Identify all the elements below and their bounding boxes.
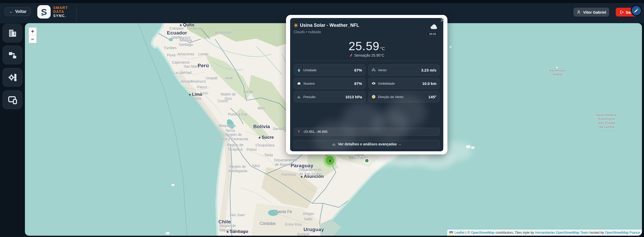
back-label: Voltar [15,9,26,14]
leaflet-link[interactable]: Leaflet [455,231,465,234]
sidebar-item-flow[interactable] [3,46,22,64]
stat-value: 3.23 m/s [421,68,436,72]
popup-close-button[interactable]: × [440,15,444,26]
time-badge: 09:09 [427,32,438,36]
weather-station-icon [8,73,17,82]
attribution-text-2: hosted by [590,231,604,234]
weather-stat: Visibilidade10.0 km [368,78,440,89]
stat-value: 87% [354,81,362,86]
ukraine-flag-icon [449,231,453,234]
popup-divider [294,60,440,61]
stat-label: Visibilidade [378,82,395,85]
compass-icon [372,95,376,99]
sun-icon [294,23,298,28]
osm-link[interactable]: OpenStreetMap [471,231,495,234]
stat-label: Nuvens [303,82,315,85]
app-logo: S SMART DATA SYNC. [37,5,68,19]
stat-label: Direção do Vento [378,95,404,99]
temperature-value: 25.59 [348,39,379,53]
cloud-icon [297,81,301,85]
temperature-unit: °C [380,47,385,51]
devices-icon [8,95,17,104]
sidebar-item-devices[interactable] [3,90,22,109]
weather-card: Usina Solar - Weather_NFL Clouds • nubla… [290,18,443,151]
droplet-icon [297,68,301,72]
stat-value: 145° [428,95,436,99]
stat-value: 1013 hPa [345,95,362,99]
wind-icon [372,68,376,72]
logout-icon [620,10,624,14]
attribution-text: contributors, Tiles style by [495,231,534,234]
details-label: Ver detalhes e análises avançadas → [338,142,401,146]
pencil-icon [634,8,639,13]
zoom-in-button[interactable]: + [29,28,36,35]
user-name: Vitor Gabriel [583,10,606,14]
logo-line-1: SMART [53,6,68,10]
logo-line-3: SYNC. [53,14,68,18]
feels-like-text: Sensação 25.95°C [354,53,384,57]
arrow-left-icon: ← [9,9,13,14]
weather-stat: Umidade67% [294,64,365,76]
sidebar-item-weather-station[interactable] [3,68,22,87]
logo-text: SMART DATA SYNC. [53,6,68,17]
weather-stats-grid: Umidade67%Vento3.23 m/sNuvens87%Visibili… [294,64,440,102]
sidebar-item-buildings[interactable] [3,24,22,42]
cloud-icon [430,23,438,31]
header-divider [76,7,77,22]
person-icon [576,10,581,14]
logo-line-2: DATA [53,10,68,14]
eye-icon [372,81,376,85]
attribution-separator: | [466,231,466,234]
weather-popup: × Usina Solar - Weather_NFL Clouds • nub… [286,15,447,154]
attribution-copyright: © [467,231,470,234]
stat-label: Vento [378,68,387,72]
weather-stat: Direção do Vento145° [368,91,440,102]
stat-label: Umidade [303,68,317,72]
logo-dot [41,14,43,16]
sidebar [0,23,25,237]
weather-stat: Vento3.23 m/s [368,64,440,76]
back-button[interactable]: ← Voltar [5,7,31,16]
chart-icon [297,95,301,99]
zoom-out-button[interactable]: − [29,35,36,43]
popup-subtitle: Clouds • nublado [294,30,359,34]
weather-stat: Nuvens87% [294,78,365,89]
thermometer-icon [348,53,354,58]
user-button[interactable]: Vitor Gabriel [574,8,609,16]
stat-value: 67% [354,68,362,72]
map-attribution: Leaflet | © OpenStreetMap contributors, … [447,230,642,236]
coordinates-box: -23.451, -46.885 [294,128,440,136]
hot-link[interactable]: Humanitarian OpenStreetMap Team [535,231,588,234]
flow-icon [8,51,17,59]
logo-badge-icon: S [37,5,51,19]
buildings-icon [8,29,17,38]
osmfr-link[interactable]: OpenStreetMap France [605,231,640,234]
plant-marker[interactable] [364,158,370,163]
coordinates-text: -23.451, -46.885 [303,130,327,134]
popup-title: Usina Solar - Weather_NFL [300,23,359,28]
temperature-block: 25.59°C Sensação 25.95°C [294,40,440,57]
details-button[interactable]: Ver detalhes e análises avançadas → [294,140,440,148]
stat-label: Pressão [303,95,316,99]
marker-cluster[interactable]: 4 [323,154,337,167]
window-top-strip [0,0,644,3]
edit-fab-button[interactable] [631,5,642,16]
weather-stat: Pressão1013 hPa [294,91,365,102]
stat-value: 10.0 km [422,81,436,86]
app-root: ← Voltar S SMART DATA SYNC. Vitor Gabrie… [0,0,644,237]
map-zoom-control: + − [28,27,37,43]
chart-icon [332,142,336,146]
pin-icon [297,130,301,134]
cluster-count: 4 [329,159,331,163]
